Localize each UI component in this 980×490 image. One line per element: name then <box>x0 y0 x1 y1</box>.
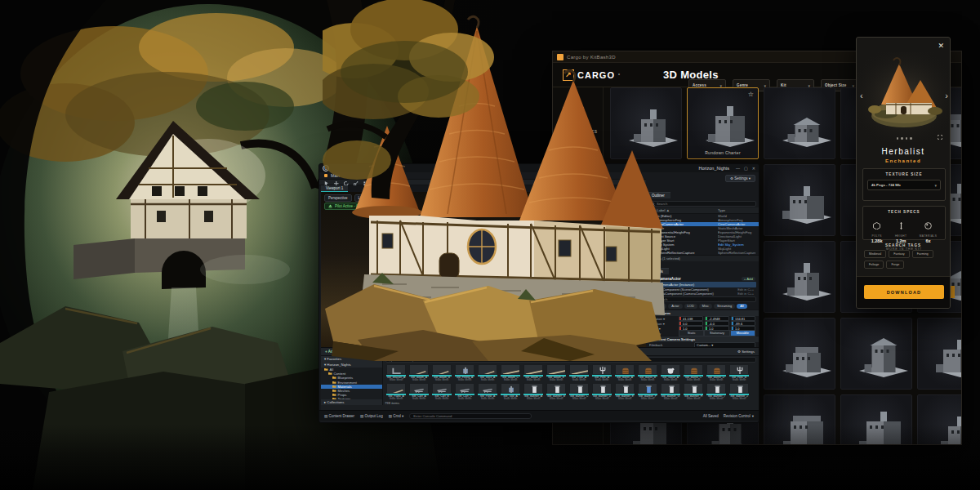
asset-tile[interactable]: SM_Banner_BStatic Mesh <box>545 383 568 401</box>
carousel-dots[interactable] <box>857 137 951 140</box>
transform-value-field[interactable]: 41.138 <box>679 316 703 320</box>
asset-tile[interactable]: SM_Plow_AStatic Mesh <box>476 383 499 401</box>
chevron-down-icon: ▾ <box>749 176 751 180</box>
model-card[interactable] <box>764 241 835 313</box>
asset-tile[interactable]: SM_Bracket_AStatic Mesh <box>385 364 408 382</box>
expand-icon[interactable] <box>938 135 942 140</box>
editor-statusbar: ▤ Content Drawer▤ Output Log▤ Cmd ▾ All … <box>319 410 759 421</box>
asset-tile[interactable]: SM_Tool_AStatic Mesh <box>499 383 522 401</box>
asset-tile[interactable]: SM_Cart_BStatic Mesh <box>430 383 453 401</box>
asset-tile[interactable]: SM_Cart_CStatic Mesh <box>453 383 476 401</box>
asset-tile[interactable]: SM_Barrel_CStatic Mesh <box>682 364 705 382</box>
outliner-search-input[interactable] <box>657 202 753 207</box>
download-button[interactable]: DOWNLOAD <box>864 285 944 299</box>
herbalist-preview-image <box>857 52 951 142</box>
page-canvas: Cargo by KitBash3D ↗ CARGO ° 3D Models A… <box>0 0 980 490</box>
asset-tile[interactable]: SM_Beam_EStatic Mesh <box>545 364 568 382</box>
transform-value-field[interactable]: -4.0 <box>705 321 729 325</box>
asset-thumbnail <box>615 383 635 394</box>
asset-tile[interactable]: SM_Stick_AStatic Mesh <box>476 364 499 382</box>
asset-tile[interactable]: SM_Barrel_AStatic Mesh <box>613 364 636 382</box>
asset-tile[interactable]: SM_Banner_DStatic Mesh <box>590 383 613 401</box>
transform-value-field[interactable]: 0.0 <box>679 321 703 325</box>
details-chip-all[interactable]: All <box>737 304 746 309</box>
details-chip-streaming[interactable]: Streaming <box>714 304 735 309</box>
asset-tile[interactable]: SM_Barrel_DStatic Mesh <box>705 364 728 382</box>
model-card[interactable] <box>917 394 962 445</box>
asset-tile[interactable]: SM_Banner_IStatic Mesh <box>705 383 728 401</box>
console-command-input[interactable] <box>409 413 532 419</box>
search-tag-farming[interactable]: Farming <box>912 250 933 258</box>
model-card[interactable] <box>840 394 912 445</box>
asset-tile[interactable]: SM_Fork_BStatic Mesh <box>728 364 751 382</box>
content-browser-settings-button[interactable]: ⚙ Settings <box>737 350 755 354</box>
asset-tile[interactable]: SM_Banner_EStatic Mesh <box>613 383 636 401</box>
asset-tile[interactable]: SM_Banner_CStatic Mesh <box>568 383 590 401</box>
asset-tile[interactable]: SM_Fitting_AStatic Mesh <box>453 364 476 382</box>
mobility-option-stationary[interactable]: Stationary <box>704 330 729 336</box>
chevron-down-icon: ▾ <box>752 414 754 418</box>
add-component-button[interactable]: + Add <box>742 277 755 281</box>
settings-button[interactable]: ⚙ Settings ▾ <box>725 175 755 182</box>
prev-icon[interactable]: ‹ <box>860 91 863 100</box>
transform-value-field[interactable]: -89.6 <box>731 321 755 325</box>
asset-tile[interactable]: SM_Beam_DStatic Mesh <box>522 364 545 382</box>
model-card[interactable] <box>764 164 835 236</box>
content-drawer-button[interactable]: ▤ Content Drawer <box>324 414 354 418</box>
revision-control-button[interactable]: Revision Control ▾ <box>724 414 754 418</box>
component-edit-link[interactable]: Edit in C++ <box>737 292 754 296</box>
search-tag-fantasy[interactable]: Fantasy <box>889 250 910 258</box>
carousel-dot[interactable] <box>906 137 908 140</box>
model-card[interactable] <box>764 87 835 159</box>
carousel-dot[interactable] <box>901 137 903 140</box>
asset-tile[interactable]: SM_Beam_CStatic Mesh <box>499 364 522 382</box>
project-header[interactable]: ▾ Horizon_Nights <box>321 362 382 368</box>
favorite-star-icon[interactable]: ☆ <box>748 91 754 98</box>
details-chip-misc[interactable]: Misc <box>699 304 712 309</box>
model-card[interactable] <box>764 318 835 390</box>
asset-tile[interactable]: SM_Pole_AStatic Mesh <box>568 364 590 382</box>
asset-subtype: Static Mesh <box>590 398 613 400</box>
asset-tile[interactable]: SM_Barrel_BStatic Mesh <box>636 364 659 382</box>
asset-tile[interactable]: SM_Banner_HStatic Mesh <box>682 383 705 401</box>
model-card[interactable] <box>917 318 962 390</box>
details-search-input[interactable] <box>657 297 753 302</box>
mobility-option-movable[interactable]: Movable <box>730 330 755 336</box>
asset-tile[interactable]: SM_Cart_AStatic Mesh <box>408 383 430 401</box>
asset-tile[interactable]: SM_Banner_FStatic Mesh <box>636 383 659 401</box>
search-tag-foliage[interactable]: Foliage <box>864 261 884 269</box>
model-card[interactable] <box>840 318 912 390</box>
model-card[interactable] <box>764 394 835 445</box>
transform-value-field[interactable]: 134.81 <box>731 316 755 320</box>
asset-tile[interactable]: SM_Beam_AStatic Mesh <box>408 364 430 382</box>
maximize-icon[interactable]: ▢ <box>744 166 748 171</box>
asset-tile[interactable]: SM_Fork_AStatic Mesh <box>590 364 613 382</box>
asset-tile[interactable]: SM_Banner_JStatic Mesh <box>728 383 751 401</box>
asset-thumbnail <box>501 383 520 394</box>
search-tag-forge[interactable]: Forge <box>886 261 904 269</box>
asset-thumbnail <box>478 364 497 375</box>
asset-tile[interactable]: SM_Beam_BStatic Mesh <box>430 364 453 382</box>
transform-value-field[interactable]: -2.4948 <box>705 316 729 320</box>
cmd-button[interactable]: ▤ Cmd ▾ <box>389 414 404 418</box>
search-tag-medieval[interactable]: Medieval <box>864 250 886 258</box>
next-icon[interactable]: › <box>945 91 948 100</box>
close-icon[interactable]: ✕ <box>938 42 944 50</box>
asset-tile[interactable]: SM_Banner_GStatic Mesh <box>659 383 682 401</box>
asset-subtype: Static Mesh <box>385 379 408 381</box>
carousel-dot[interactable] <box>910 137 912 140</box>
asset-tile[interactable]: SM_Plank_AStatic Mesh <box>385 383 408 401</box>
asset-tile[interactable]: SM_Banner_AStatic Mesh <box>522 383 545 401</box>
collections-header[interactable]: ▸ Collections <box>321 399 382 405</box>
texture-size-dropdown[interactable]: 4k Pngs - 724 Mb ▾ <box>867 180 941 190</box>
carousel-dot[interactable] <box>897 137 899 140</box>
minimize-icon[interactable]: — <box>736 166 740 171</box>
details-chip-lod[interactable]: LOD <box>684 304 697 309</box>
close-icon[interactable]: ✕ <box>752 166 755 171</box>
asset-thumbnail <box>615 364 635 375</box>
model-card-selected[interactable]: ☆Rundown Charter <box>687 87 759 159</box>
output-log-button[interactable]: ▤ Output Log <box>360 414 383 418</box>
details-chip-actor[interactable]: Actor <box>668 304 682 309</box>
mobility-option-static[interactable]: Static <box>679 330 704 336</box>
asset-tile[interactable]: SM_Glove_AStatic Mesh <box>659 364 682 382</box>
